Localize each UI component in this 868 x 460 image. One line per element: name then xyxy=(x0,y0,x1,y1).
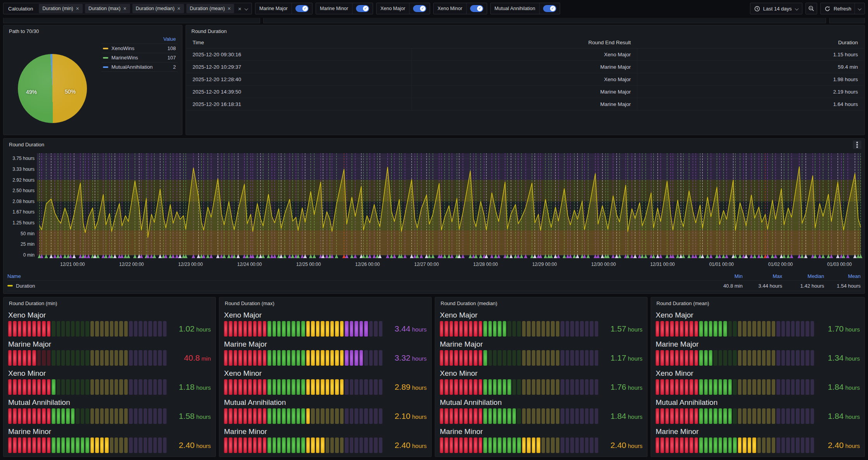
gauge-cell xyxy=(680,321,683,337)
gauge-cell xyxy=(95,437,99,453)
pie-legend-item[interactable]: XenoWins108 xyxy=(101,44,177,53)
legend-max-header[interactable]: Max xyxy=(743,273,782,279)
filter-chip[interactable]: Duration (min)× xyxy=(39,4,82,13)
gauge-cell xyxy=(253,321,257,337)
gauge-cell xyxy=(570,350,574,366)
gauge-cell xyxy=(488,437,492,453)
column-header[interactable]: Time xyxy=(186,37,411,48)
toggle-switch[interactable]: ✓ xyxy=(413,5,426,12)
gauge-value: 2.40 hours xyxy=(610,441,642,450)
pie-chart[interactable] xyxy=(18,54,87,123)
clear-all-icon[interactable]: × xyxy=(235,5,244,12)
pie-legend-item[interactable]: MarineWins107 xyxy=(101,53,177,62)
gauge-cell xyxy=(709,437,712,453)
variable-dropdown-caret-icon[interactable] xyxy=(244,5,252,12)
filter-chip[interactable]: Duration (median)× xyxy=(132,4,184,13)
toggle-check-icon: ✓ xyxy=(550,6,556,11)
toggle-switch[interactable]: ✓ xyxy=(543,5,556,12)
legend-mean-header[interactable]: Mean xyxy=(824,273,861,279)
gauge-cell xyxy=(796,437,799,453)
gauge-cell xyxy=(680,437,683,453)
gauge-cell xyxy=(440,408,443,424)
gauge-cell xyxy=(479,408,482,424)
gauge-cell xyxy=(450,350,453,366)
toggle-switch[interactable]: ✓ xyxy=(295,5,309,12)
gauge-cell xyxy=(459,379,463,395)
gauge-cell xyxy=(806,321,809,337)
gauge-row-label: Xeno Minor xyxy=(8,369,211,378)
x-axis-label: 12/30 00:00 xyxy=(591,262,616,267)
gauge-cell xyxy=(595,379,598,395)
refresh-interval-caret-icon[interactable] xyxy=(855,5,865,12)
gauge-cell xyxy=(263,379,266,395)
gauge-cell xyxy=(345,350,348,366)
gauge-cell xyxy=(503,379,506,395)
gauge-cell xyxy=(561,408,564,424)
gauge-cell xyxy=(311,321,314,337)
gauge-cell xyxy=(685,379,688,395)
gauge-cell xyxy=(503,321,506,337)
gauge-cell xyxy=(522,379,526,395)
gauge-cell xyxy=(297,408,300,424)
gauge-cell xyxy=(738,408,741,424)
refresh-button[interactable]: Refresh xyxy=(820,3,865,14)
gauge-cell xyxy=(139,437,142,453)
toggle-switch[interactable]: ✓ xyxy=(470,5,483,12)
gauge-cell xyxy=(282,408,285,424)
gauge-cell xyxy=(656,408,659,424)
legend-series-item[interactable]: Duration xyxy=(7,283,35,289)
table-cell: 1.64 hours xyxy=(637,98,864,110)
gauge-cell xyxy=(542,408,545,424)
legend-median-header[interactable]: Median xyxy=(782,273,824,279)
gauge-cell xyxy=(297,437,300,453)
gauge-cell xyxy=(13,379,16,395)
gauge-cell xyxy=(301,350,305,366)
gauge-cell xyxy=(129,350,132,366)
gauge-cell xyxy=(158,379,161,395)
gauge-cell xyxy=(369,321,373,337)
gauge-cell xyxy=(253,350,257,366)
zoom-out-button[interactable] xyxy=(806,3,817,14)
toggle-switch[interactable]: ✓ xyxy=(356,5,369,12)
gauge-cell xyxy=(234,437,237,453)
calculation-variable-control: Calculation Duration (min)×Duration (max… xyxy=(3,3,252,14)
time-series-plot[interactable]: 0 min25 min50 min1.25 hours1.67 hours2.0… xyxy=(4,149,864,271)
gauge-cell xyxy=(238,379,242,395)
panel-menu-icon[interactable] xyxy=(853,141,861,149)
gauge-cell xyxy=(335,408,339,424)
gauge-cell xyxy=(757,321,761,337)
lcd-bar-gauge xyxy=(8,408,167,424)
gauge-cell xyxy=(796,379,799,395)
gauge-cell xyxy=(532,379,535,395)
gauge-cell xyxy=(8,379,12,395)
gauge-cell xyxy=(454,321,458,337)
column-header[interactable]: Round End Result xyxy=(411,37,637,48)
gauge-cell xyxy=(359,408,363,424)
gauge-cell xyxy=(566,408,569,424)
legend-min-header[interactable]: Min xyxy=(707,273,743,279)
panel-title: Round Duration xyxy=(191,28,227,34)
column-header[interactable]: Duration xyxy=(637,37,864,48)
gauge-cell xyxy=(277,437,281,453)
gauge-cell xyxy=(28,437,31,453)
gauge-cell xyxy=(556,437,559,453)
chip-remove-icon[interactable]: × xyxy=(123,6,126,11)
filter-chip[interactable]: Duration (max)× xyxy=(85,4,130,13)
gauge-cell xyxy=(561,437,564,453)
gauge-cell xyxy=(277,379,281,395)
gauge-cell xyxy=(713,379,717,395)
gauge-cell xyxy=(748,379,751,395)
pie-legend-item[interactable]: MutualAnnihilation2 xyxy=(101,62,177,72)
gauge-cell xyxy=(704,321,708,337)
refresh-icon xyxy=(821,6,830,12)
cutoff-panel-fragment xyxy=(263,18,826,23)
chip-remove-icon[interactable]: × xyxy=(177,6,181,11)
gauge-cell xyxy=(517,321,521,337)
chip-remove-icon[interactable]: × xyxy=(227,6,231,11)
gauge-cell xyxy=(450,321,453,337)
chip-remove-icon[interactable]: × xyxy=(76,6,79,11)
gauge-cell xyxy=(326,321,329,337)
gauge-row-label: Marine Major xyxy=(440,340,642,349)
time-range-picker[interactable]: Last 14 days xyxy=(750,3,803,14)
filter-chip[interactable]: Duration (mean)× xyxy=(186,4,234,13)
